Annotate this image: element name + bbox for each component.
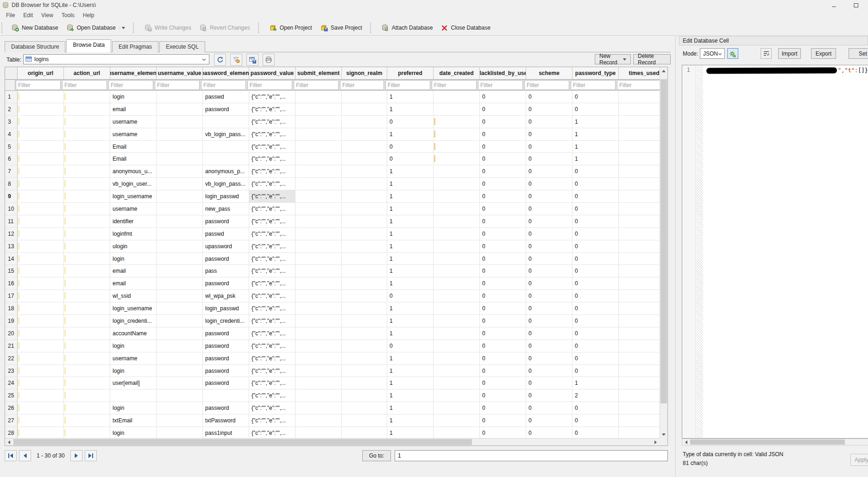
row-number[interactable]: 12 <box>5 228 18 240</box>
cell-blacklisted_by_user[interactable]: 0 <box>480 277 526 289</box>
cell-action_url[interactable] <box>64 340 110 352</box>
cell-scheme[interactable]: 0 <box>526 414 572 427</box>
cell-password_element[interactable]: password <box>203 253 249 265</box>
cell-origin_url[interactable] <box>18 290 64 302</box>
cell-blacklisted_by_user[interactable]: 0 <box>480 178 526 190</box>
cell-username_element[interactable]: txtEmail <box>110 414 157 427</box>
close-database-button[interactable]: Close Database <box>437 23 494 33</box>
cell-username_value[interactable] <box>157 103 203 115</box>
cell-blacklisted_by_user[interactable]: 0 <box>480 352 526 364</box>
row-number[interactable]: 15 <box>5 265 18 277</box>
cell-date_created[interactable] <box>434 352 480 364</box>
row-number[interactable]: 22 <box>5 352 18 364</box>
cell-password_type[interactable]: 0 <box>572 365 619 377</box>
cell-action_url[interactable] <box>64 290 110 302</box>
cell-blacklisted_by_user[interactable]: 0 <box>480 290 526 302</box>
scroll-up-icon[interactable] <box>660 67 667 75</box>
cell-password_element[interactable] <box>203 153 249 165</box>
cell-blacklisted_by_user[interactable]: 0 <box>480 128 526 140</box>
apply-format-button[interactable] <box>727 48 738 59</box>
row-number[interactable]: 6 <box>5 153 18 165</box>
cell-password_type[interactable]: 0 <box>572 302 619 314</box>
cell-password_type[interactable]: 0 <box>572 215 619 227</box>
cell-action_url[interactable] <box>64 91 110 103</box>
cell-username_element[interactable]: login <box>110 91 157 103</box>
cell-origin_url[interactable] <box>18 103 64 115</box>
cell-password_element[interactable]: vb_login_pass... <box>203 178 249 190</box>
cell-submit_element[interactable] <box>296 116 342 128</box>
cell-username_value[interactable] <box>157 277 203 289</box>
cell-username_element[interactable]: anonymous_u... <box>110 165 157 177</box>
cell-origin_url[interactable] <box>18 340 64 352</box>
cell-signon_realm[interactable] <box>342 240 387 252</box>
cell-username_value[interactable] <box>157 427 203 439</box>
cell-username_element[interactable]: login <box>110 340 157 352</box>
cell-submit_element[interactable] <box>296 103 342 115</box>
cell-origin_url[interactable] <box>18 389 64 402</box>
cell-date_created[interactable] <box>434 128 480 140</box>
cell-submit_element[interactable] <box>296 228 342 240</box>
cell-submit_element[interactable] <box>296 215 342 227</box>
cell-blacklisted_by_user[interactable]: 0 <box>480 215 526 227</box>
cell-submit_element[interactable] <box>296 427 342 439</box>
filter-input-password_value[interactable] <box>247 80 292 90</box>
row-number[interactable]: 18 <box>5 302 18 314</box>
cell-username_element[interactable]: login <box>110 253 157 265</box>
cell-origin_url[interactable] <box>18 165 64 177</box>
row-number[interactable]: 11 <box>5 215 18 227</box>
set-as-button[interactable]: Set as <box>849 48 868 59</box>
cell-date_created[interactable] <box>434 402 480 414</box>
cell-scheme[interactable]: 0 <box>526 141 572 153</box>
cell-password_element[interactable]: passwd <box>203 228 249 240</box>
cell-password_element[interactable]: password <box>203 352 249 364</box>
cell-blacklisted_by_user[interactable]: 0 <box>480 389 526 402</box>
cell-username_element[interactable]: username <box>110 128 157 140</box>
cell-blacklisted_by_user[interactable]: 0 <box>480 165 526 177</box>
cell-signon_realm[interactable] <box>342 128 387 140</box>
cell-password_value[interactable]: {"c":"","e":"",... <box>249 352 296 364</box>
cell-date_created[interactable] <box>434 91 480 103</box>
filter-input-password_element[interactable] <box>201 80 246 90</box>
cell-password_type[interactable]: 0 <box>572 265 619 277</box>
cell-password_value[interactable]: {"c":"","e":"",... <box>249 327 296 339</box>
cell-scheme[interactable]: 0 <box>526 327 572 339</box>
tab-edit-pragmas[interactable]: Edit Pragmas <box>112 41 158 52</box>
cell-username_value[interactable] <box>157 128 203 140</box>
goto-button[interactable]: Go to: <box>362 450 391 461</box>
filter-input-signon_realm[interactable] <box>340 80 384 90</box>
cell-password_element[interactable]: vb_login_pass... <box>203 128 249 140</box>
export-button[interactable]: Export <box>811 48 836 59</box>
cell-password_element[interactable]: password <box>203 402 249 414</box>
cell-signon_realm[interactable] <box>342 190 387 202</box>
cell-submit_element[interactable] <box>296 141 342 153</box>
cell-preferred[interactable]: 1 <box>387 190 434 202</box>
row-number[interactable]: 2 <box>5 103 18 115</box>
cell-blacklisted_by_user[interactable]: 0 <box>480 315 526 327</box>
cell-scheme[interactable]: 0 <box>526 103 572 115</box>
column-header-origin_url[interactable]: origin_url <box>18 67 64 79</box>
cell-preferred[interactable]: 0 <box>387 153 434 165</box>
cell-blacklisted_by_user[interactable]: 0 <box>480 414 526 427</box>
cell-username_value[interactable] <box>157 302 203 314</box>
cell-action_url[interactable] <box>64 315 110 327</box>
cell-date_created[interactable] <box>434 215 480 227</box>
cell-password_value[interactable]: {"c":"","e":"",... <box>249 165 296 177</box>
cell-username_value[interactable] <box>157 340 203 352</box>
cell-preferred[interactable]: 1 <box>387 165 434 177</box>
cell-preferred[interactable]: 1 <box>387 128 434 140</box>
cell-password_type[interactable]: 0 <box>572 178 619 190</box>
cell-username_value[interactable] <box>157 141 203 153</box>
cell-password_type[interactable]: 0 <box>572 203 619 215</box>
cell-password_type[interactable]: 0 <box>572 290 619 302</box>
menu-item-edit[interactable]: Edit <box>19 11 37 20</box>
print-button[interactable] <box>263 54 275 66</box>
column-header-scheme[interactable]: scheme <box>526 67 572 79</box>
cell-password_element[interactable]: password <box>203 340 249 352</box>
cell-action_url[interactable] <box>64 402 110 414</box>
cell-password_element[interactable]: login_passwd <box>203 302 249 314</box>
cell-signon_realm[interactable] <box>342 103 387 115</box>
cell-submit_element[interactable] <box>296 91 342 103</box>
cell-signon_realm[interactable] <box>342 389 387 402</box>
cell-origin_url[interactable] <box>18 352 64 364</box>
cell-submit_element[interactable] <box>296 128 342 140</box>
